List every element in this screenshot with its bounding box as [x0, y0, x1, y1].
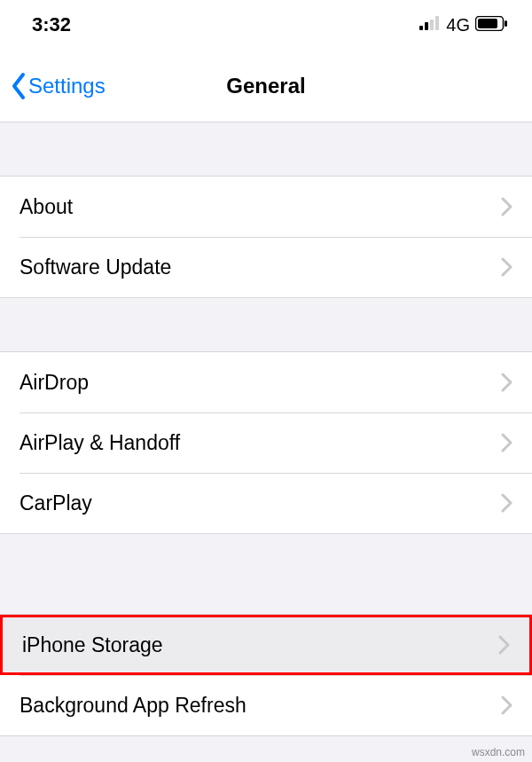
- row-label: AirPlay & Handoff: [20, 431, 180, 455]
- watermark: wsxdn.com: [472, 746, 525, 758]
- back-button[interactable]: Settings: [9, 71, 106, 101]
- group-connectivity: AirDrop AirPlay & Handoff CarPlay: [0, 351, 532, 534]
- row-software-update[interactable]: Software Update: [0, 237, 532, 297]
- battery-icon: [475, 16, 507, 35]
- svg-rect-1: [425, 22, 428, 30]
- svg-rect-6: [505, 20, 507, 27]
- status-bar: 3:32 4G: [0, 0, 532, 50]
- row-iphone-storage[interactable]: iPhone Storage: [0, 615, 532, 675]
- row-label: CarPlay: [20, 491, 92, 515]
- row-label: Software Update: [20, 255, 171, 279]
- chevron-right-icon: [501, 433, 512, 452]
- row-label: iPhone Storage: [22, 633, 163, 657]
- group-gap: [0, 122, 532, 176]
- group-general-info: About Software Update: [0, 176, 532, 298]
- row-about[interactable]: About: [0, 177, 532, 237]
- row-carplay[interactable]: CarPlay: [0, 473, 532, 533]
- chevron-right-icon: [501, 257, 512, 277]
- status-indicators: 4G: [419, 15, 507, 35]
- svg-rect-2: [430, 20, 434, 30]
- row-background-app-refresh[interactable]: Background App Refresh: [0, 675, 532, 735]
- chevron-right-icon: [498, 635, 510, 655]
- cellular-signal-icon: [419, 16, 441, 34]
- chevron-right-icon: [501, 695, 512, 715]
- chevron-left-icon: [9, 71, 28, 101]
- back-label: Settings: [28, 74, 106, 98]
- nav-header: Settings General: [0, 50, 532, 122]
- row-label: Background App Refresh: [20, 694, 246, 718]
- chevron-right-icon: [501, 373, 512, 392]
- group-storage-refresh: iPhone Storage Background App Refresh: [0, 614, 532, 736]
- row-label: AirDrop: [20, 371, 89, 395]
- status-time: 3:32: [32, 13, 71, 36]
- row-airplay-handoff[interactable]: AirPlay & Handoff: [0, 412, 532, 473]
- chevron-right-icon: [501, 493, 512, 513]
- group-gap: [0, 534, 532, 614]
- svg-rect-5: [478, 19, 497, 28]
- group-gap: [0, 298, 532, 351]
- svg-rect-3: [435, 16, 439, 30]
- svg-rect-0: [419, 26, 423, 30]
- row-label: About: [20, 195, 73, 219]
- chevron-right-icon: [501, 197, 512, 216]
- page-title: General: [226, 74, 305, 98]
- row-airdrop[interactable]: AirDrop: [0, 352, 532, 412]
- network-type: 4G: [446, 15, 470, 35]
